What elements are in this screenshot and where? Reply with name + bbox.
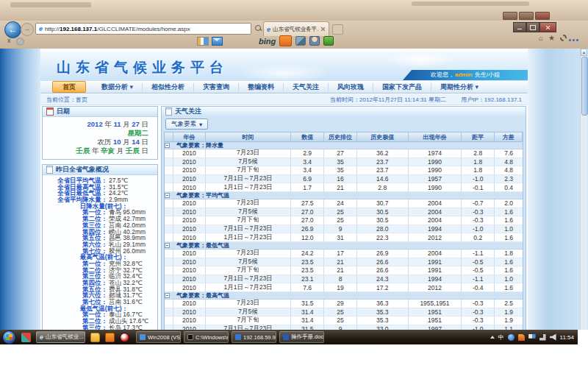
taskbar-window-button[interactable]: 192.168.59.99... (232, 331, 276, 343)
home-icon[interactable]: ⌂ (539, 34, 543, 42)
photos-toolbar-icon[interactable] (295, 36, 306, 46)
scrollbar-thumb[interactable] (581, 57, 588, 116)
foxmail-tray-icon[interactable] (518, 334, 525, 341)
nav-item[interactable]: 风向玫瑰 (329, 83, 373, 91)
collapse-icon[interactable] (165, 193, 170, 198)
table-cell: -1.1 (462, 250, 495, 258)
element-selector-button[interactable]: 气象要素 ▾ (165, 118, 208, 130)
media-player-icon[interactable] (120, 333, 129, 342)
table-cell: 1990 (409, 166, 462, 175)
table-cell: 7月23日 (206, 300, 292, 308)
collapse-icon[interactable] (165, 143, 170, 148)
table-cell: 1990 (409, 183, 462, 192)
table-cell: 21 (324, 183, 357, 192)
bg-close-button[interactable] (535, 12, 550, 20)
table-cell: 2010 (173, 183, 206, 192)
volume-icon[interactable] (550, 334, 556, 341)
settings-gear-icon[interactable] (560, 35, 567, 41)
bg-maximize-button[interactable] (519, 12, 534, 20)
browser-tab[interactable]: e 山东省气候业务平... (263, 21, 329, 36)
nav-item[interactable]: 整编资料 (239, 83, 284, 91)
window-button-label: C:\Windows\s... (196, 334, 229, 341)
background-window-edge (10, 2, 91, 7)
table-group-row[interactable]: 气象要素：平均气温 (165, 192, 523, 199)
nav-item[interactable]: 首页 (52, 81, 86, 93)
taskbar-window-button[interactable]: 操作手册.docx ... (279, 331, 324, 343)
start-button[interactable] (2, 330, 16, 344)
page-scrollbar[interactable]: ▲ (580, 49, 587, 330)
mail-toolbar-icon[interactable] (212, 37, 223, 46)
calendar-icon (46, 107, 54, 116)
nav-item[interactable]: 相似性分析 (143, 83, 194, 91)
network-status-icon[interactable] (539, 334, 546, 341)
taskbar-ie-button[interactable]: e 山东省气候业... (36, 331, 85, 343)
nav-item[interactable]: 周期性分析 ▾ (431, 83, 487, 91)
favorites-star-icon[interactable]: ★ (548, 34, 555, 42)
toolbar-overflow-icon[interactable] (569, 39, 578, 41)
column-header: 年份 (173, 132, 206, 142)
explorer-icon[interactable] (90, 333, 100, 342)
back-button[interactable]: ← (4, 21, 21, 38)
table-cell: 1951 (409, 308, 462, 317)
search-icon[interactable] (255, 25, 261, 31)
bing-logo[interactable]: bing (259, 37, 276, 46)
table-cell: 2010 (173, 175, 206, 184)
table-cell: 7.6 (495, 149, 523, 158)
taskbar-clock[interactable]: 11:54 (560, 334, 574, 341)
nav-item[interactable]: 天气关注 (284, 83, 329, 91)
pinned-app-icon[interactable] (21, 333, 31, 342)
table-row: 20107月下旬31.42535.31951-0.31.9 (165, 316, 523, 325)
card-toolbar-icon[interactable] (197, 37, 209, 46)
tray-expand-icon[interactable] (490, 336, 495, 339)
table-cell: 7月下旬 (206, 166, 292, 175)
table-group-row[interactable]: 气象要素：最低气温 (165, 242, 523, 250)
apps-toolbar-icon[interactable] (323, 36, 334, 46)
blocked-icon[interactable] (16, 38, 24, 46)
row-lead-cell (165, 199, 173, 208)
table-cell: 1.6 (495, 216, 523, 225)
addon-bar-close[interactable]: x (7, 37, 11, 44)
group-name-cell: 气象要素：最高气温 (173, 292, 523, 300)
people-toolbar-icon[interactable] (309, 36, 320, 46)
table-cell: 2004 (409, 250, 462, 258)
nav-item[interactable]: 灾害查询 (194, 83, 239, 91)
table-cell: 30.5 (357, 216, 409, 225)
minimize-button[interactable] (513, 22, 526, 32)
table-cell: -0.3 (462, 316, 495, 325)
language-indicator[interactable]: 中 (498, 333, 504, 342)
maximize-button[interactable] (526, 22, 539, 32)
calendar-line: 2012 年 11 月 27 日 (46, 120, 148, 129)
collapse-icon[interactable] (165, 243, 170, 248)
column-header (165, 132, 173, 142)
action-center-flag-icon[interactable] (528, 334, 536, 341)
content-area: 日期 2012 年 11 月 27 日星期二农历 10 月 14 日壬辰 年 辛… (40, 106, 528, 330)
page-body: 山东省气候业务平台 欢迎您，admin 先生/小姐 首页数据分析 ▾相似性分析灾… (40, 49, 528, 330)
address-bar[interactable]: e http://192.168.137.1/GLCCLIMATE/module… (35, 23, 251, 35)
bg-minimize-button[interactable] (503, 12, 517, 20)
taskbar-window-button[interactable]: Win2008 (VS2... (136, 331, 181, 343)
page-background: 山东省气候业务平台 欢迎您，admin 先生/小姐 首页数据分析 ▾相似性分析灾… (0, 49, 588, 330)
tab-close-icon[interactable] (320, 26, 326, 32)
nav-item[interactable]: 国家下发产品 (373, 83, 431, 91)
table-cell: 28.0 (357, 225, 409, 234)
forward-button[interactable]: → (21, 23, 34, 36)
table-cell: 27.0 (291, 216, 324, 225)
bing-search-icon[interactable] (279, 35, 292, 46)
table-group-row[interactable]: 气象要素：最高气温 (165, 292, 523, 300)
collapse-icon[interactable] (165, 293, 170, 298)
table-group-row[interactable]: 气象要素：降水量 (165, 142, 523, 149)
taskbar-window-button[interactable]: C:\Windows\s... (184, 331, 229, 343)
table-cell: 26.9 (357, 250, 409, 258)
table-cell: 1991 (409, 258, 462, 267)
table-cell: -1.1 (462, 275, 495, 284)
close-button[interactable] (539, 22, 556, 32)
pinned-app2-icon[interactable] (105, 333, 115, 342)
new-tab-button[interactable] (332, 24, 343, 35)
scroll-up-icon[interactable]: ▲ (581, 49, 587, 56)
table-cell: 7月5候 (206, 158, 292, 167)
network-globe-icon[interactable] (508, 334, 514, 341)
calendar-text: 27 (132, 120, 140, 128)
table-cell: 25 (324, 316, 357, 325)
calendar-text: 14 (132, 138, 140, 146)
nav-item[interactable]: 数据分析 ▾ (93, 83, 143, 91)
